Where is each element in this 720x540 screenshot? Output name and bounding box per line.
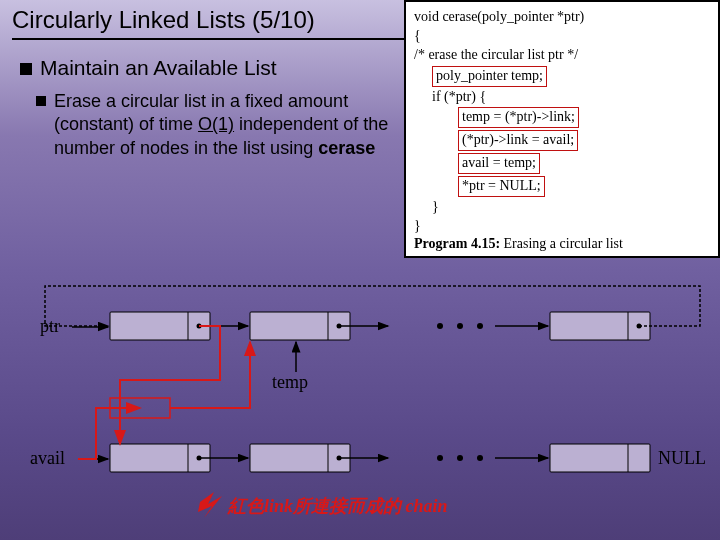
code-line: { bbox=[414, 27, 710, 46]
slide-title: Circularly Linked Lists (5/10) bbox=[12, 6, 315, 34]
caption-text: Erasing a circular list bbox=[500, 236, 623, 251]
bullet-underline: O(1) bbox=[198, 114, 234, 134]
svg-rect-30 bbox=[550, 444, 650, 472]
code-boxed: (*ptr)->link = avail; bbox=[458, 130, 578, 151]
code-boxed: temp = (*ptr)->link; bbox=[458, 107, 579, 128]
code-boxed: poly_pointer temp; bbox=[432, 66, 547, 87]
section-heading: Maintain an Available List bbox=[20, 56, 390, 80]
code-boxed: *ptr = NULL; bbox=[458, 176, 545, 197]
code-line: } bbox=[414, 217, 710, 236]
svg-point-10 bbox=[457, 323, 463, 329]
code-boxed: avail = temp; bbox=[458, 153, 540, 174]
svg-rect-13 bbox=[550, 312, 650, 340]
bullet-bold: cerase bbox=[318, 138, 375, 158]
svg-rect-5 bbox=[250, 312, 350, 340]
code-line: } bbox=[414, 198, 710, 217]
svg-rect-18 bbox=[110, 444, 210, 472]
code-line: void cerase(poly_pointer *ptr) bbox=[414, 8, 710, 27]
null-label: NULL bbox=[658, 448, 706, 468]
heading-text: Maintain an Available List bbox=[40, 56, 277, 79]
svg-point-28 bbox=[477, 455, 483, 461]
temp-label: temp bbox=[272, 372, 308, 392]
svg-point-9 bbox=[437, 323, 443, 329]
svg-point-11 bbox=[477, 323, 483, 329]
caption-bold: Program 4.15: bbox=[414, 236, 500, 251]
linked-list-diagram: ptr temp avail NULL 紅色link所連接而成的 chain bbox=[0, 260, 720, 540]
figure-caption: Program 4.15: Erasing a circular list bbox=[414, 236, 623, 252]
bullet-list: Erase a circular list in a fixed amount … bbox=[36, 90, 390, 160]
svg-point-27 bbox=[457, 455, 463, 461]
svg-rect-22 bbox=[250, 444, 350, 472]
avail-label: avail bbox=[30, 448, 65, 468]
footnote: 紅色link所連接而成的 chain bbox=[227, 496, 448, 516]
svg-rect-1 bbox=[110, 312, 210, 340]
svg-point-26 bbox=[437, 455, 443, 461]
code-listing: void cerase(poly_pointer *ptr) { /* eras… bbox=[406, 2, 718, 242]
code-line: /* erase the circular list ptr */ bbox=[414, 46, 710, 65]
code-line: if (*ptr) { bbox=[414, 88, 710, 107]
code-figure: void cerase(poly_pointer *ptr) { /* eras… bbox=[404, 0, 720, 258]
bullet-item: Erase a circular list in a fixed amount … bbox=[36, 90, 390, 160]
body-text-block: Maintain an Available List Erase a circu… bbox=[20, 56, 390, 160]
